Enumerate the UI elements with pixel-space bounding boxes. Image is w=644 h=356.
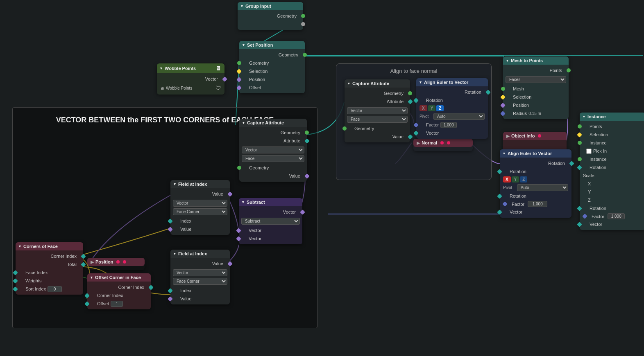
inst-sy: Y <box>580 188 644 196</box>
mtp-sel-s <box>500 95 506 100</box>
sp-sel-socket <box>236 69 242 74</box>
ae2-factor-row: Factor <box>500 200 571 208</box>
ae1-vec-in: Vector <box>416 129 488 137</box>
fai1-domain[interactable]: Face Corner <box>173 208 227 215</box>
mtp-pts-out: Points <box>503 66 569 74</box>
ae2-title: Align Euler to Vector <box>508 151 552 156</box>
mtp-pos-s <box>500 103 506 108</box>
wobble-shield: 🛡 <box>215 85 221 91</box>
oc-title: Offset Corner in Face <box>95 275 141 280</box>
cof-ci-out: Corner Index <box>16 252 83 260</box>
inst-factor: Factor <box>580 212 644 220</box>
sp-pos-socket <box>236 77 242 82</box>
sp-geo-in-socket <box>237 61 241 65</box>
fai2-title: Field at Index <box>178 251 207 256</box>
cof-body: Corner Index Total Face Index Weights So… <box>16 250 83 295</box>
ca3-attr-s <box>408 99 413 104</box>
ae1-pivot-select[interactable]: Auto <box>433 113 485 120</box>
sub-op[interactable]: Subtract <box>241 218 300 225</box>
chevron-icon-2: ▾ <box>243 43 245 47</box>
ca1-geo-out: Geometry <box>239 128 307 137</box>
ae1-factor-input[interactable] <box>440 122 457 128</box>
mtp-mesh-in: Mesh <box>503 85 569 93</box>
wobble-sub-icon: 🖥 <box>160 86 164 90</box>
ae2-factor-input[interactable] <box>528 201 547 207</box>
pos-right-dot <box>123 260 126 264</box>
oi-dot <box>538 134 541 137</box>
corners-of-face-node: ▾ Corners of Face Corner Index Total Fac… <box>16 242 83 295</box>
ae1-rot-in: Rotation <box>416 96 488 104</box>
geometry-socket <box>301 14 305 18</box>
wobble-vec-socket <box>222 77 227 82</box>
pos-title: Position <box>95 259 113 264</box>
inst-fac-input[interactable] <box>608 213 625 219</box>
ca1-header: ▾ Capture Attribute <box>239 119 307 127</box>
pick-checkbox[interactable] <box>586 149 592 154</box>
ae1-rot-s <box>485 90 491 95</box>
ca1-body: Geometry Attribute Vector Face Geometry … <box>239 127 307 182</box>
ae2-x-btn[interactable]: X <box>503 176 511 183</box>
fai1-type[interactable]: Vector <box>173 200 227 207</box>
ae2-y-btn[interactable]: Y <box>512 176 519 183</box>
normal-right-dot <box>447 141 450 144</box>
fai2-val-out: Value <box>170 259 230 268</box>
inst-inst2: Instance <box>580 155 644 163</box>
inst-sx: X <box>580 180 644 188</box>
inst-pick: Pick In <box>580 147 644 155</box>
cof-total-out: Total <box>16 260 83 268</box>
ae2-rot-in: Rotation <box>500 167 571 176</box>
group-input-node: ▾ Group Input Geometry <box>238 2 303 30</box>
oc-ci-out: Corner Index <box>87 283 151 291</box>
inst-sel: Selection <box>580 131 644 139</box>
ca3-val-out: Value <box>345 133 410 141</box>
wobble-icon: 🖥 <box>215 65 221 72</box>
ae1-z-btn[interactable]: Z <box>436 105 444 111</box>
ca3-val-s <box>408 134 413 140</box>
ae2-body: Rotation Rotation X Y Z Pivot Auto Rotat… <box>500 158 571 218</box>
offset-input[interactable] <box>111 301 123 307</box>
inst-scale: Scale: <box>580 171 644 180</box>
ca3-geo-in: Geometry <box>345 124 410 133</box>
sub-header: ▾ Subtract <box>239 198 302 206</box>
position-node: ▶ Position <box>87 258 145 270</box>
ca1-value-out: Value <box>239 172 307 180</box>
ae2-pivot[interactable]: Auto <box>517 184 568 191</box>
ae2-z-btn[interactable]: Z <box>520 176 527 183</box>
normal-node: ▶ Normal <box>413 139 473 151</box>
oc-ci-in: Corner Index <box>87 291 151 300</box>
normal-header: ▶ Normal <box>413 139 473 147</box>
field-at-index-2-node: ▾ Field at Index Value Vector Face Corne… <box>170 250 230 304</box>
ca1-domain-select[interactable]: Face <box>242 155 304 162</box>
ae1-x-btn[interactable]: X <box>420 105 427 111</box>
inst-title: Instance <box>587 114 606 119</box>
fai1-body: Value Vector Face Corner Index Value <box>170 188 230 235</box>
capture-attr-3-node: ▾ Capture Attribute Geometry Attribute V… <box>345 79 410 142</box>
fai2-domain[interactable]: Face Corner <box>173 278 227 285</box>
mtp-body: Points Faces Mesh Selection Position Rad… <box>503 65 569 119</box>
geometry-label: Geometry <box>277 14 297 18</box>
ca1-geo-in: Geometry <box>239 164 307 172</box>
ca3-title: Capture Attribute <box>352 81 389 86</box>
sp-off: Offset <box>239 83 305 92</box>
ae2-rot-out: Rotation <box>500 159 571 167</box>
ca1-geo-in-s <box>237 166 241 170</box>
ca1-attr-out: Attribute <box>239 137 307 145</box>
mtp-faces-select[interactable]: Faces <box>506 76 566 83</box>
sort-index-input[interactable] <box>48 286 62 292</box>
normal-collapsed <box>440 141 444 144</box>
ca1-type-select[interactable]: Vector <box>242 146 304 153</box>
capture-attr-1-node: ▾ Capture Attribute Geometry Attribute V… <box>239 119 307 182</box>
fai2-type[interactable]: Vector <box>173 269 227 276</box>
normal-title: Normal <box>422 140 437 145</box>
group-input-header: ▾ Group Input <box>238 2 303 10</box>
align-to-face-normal-group: Align to face normal ▾ Capture Attribute… <box>336 63 492 180</box>
ae2-factor-s <box>502 201 508 207</box>
inst-rot2: Rotation <box>580 204 644 212</box>
ca3-type[interactable]: Vector <box>347 107 408 114</box>
pos-header: ▶ Position <box>87 258 145 266</box>
sp-off-socket <box>236 85 242 90</box>
sub-vec2-in: Vector <box>239 234 302 243</box>
mtp-sel-in: Selection <box>503 93 569 101</box>
ae1-y-btn[interactable]: Y <box>428 105 436 111</box>
ca3-domain[interactable]: Face <box>347 116 408 123</box>
